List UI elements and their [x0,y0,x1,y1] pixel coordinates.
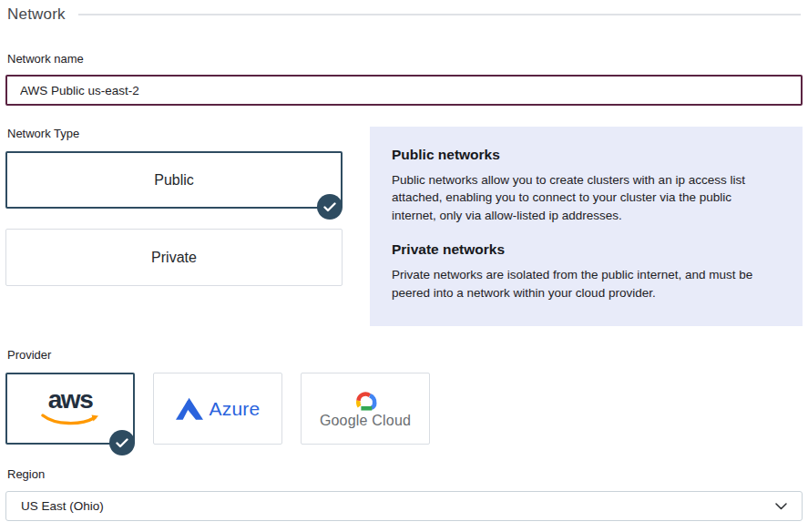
google-cloud-logo: Google Cloud [320,389,411,429]
aws-logo: aws [40,387,100,428]
selected-check-badge [109,430,135,455]
region-select[interactable]: US East (Ohio) [5,491,803,521]
provider-group: aws Azure [5,373,803,445]
google-cloud-wordmark: Google Cloud [320,413,411,429]
aws-smile-icon [40,414,100,428]
private-networks-info: Private networks Private networks are is… [392,241,779,302]
network-type-option-label: Public [154,172,194,189]
region-selected-value: US East (Ohio) [21,499,104,513]
azure-logo: Azure [176,397,261,421]
public-networks-body: Public networks allow you to create clus… [392,171,779,224]
network-type-option-public[interactable]: Public [5,151,343,209]
section-divider [78,14,801,15]
network-section: Network Network name Network Type Public… [0,0,808,521]
chevron-down-icon [775,503,787,510]
public-networks-heading: Public networks [392,147,779,163]
selected-check-badge [317,194,343,220]
check-icon [116,438,128,448]
private-networks-heading: Private networks [392,241,779,258]
private-networks-body: Private networks are isolated from the p… [392,266,779,302]
section-title: Network [7,5,66,24]
network-type-label: Network Type [7,127,344,140]
section-header: Network [7,5,803,24]
azure-wordmark: Azure [210,398,261,420]
provider-option-aws[interactable]: aws [5,373,135,445]
provider-option-google-cloud[interactable]: Google Cloud [301,373,430,445]
network-type-option-label: Private [151,250,197,266]
azure-icon [176,397,203,421]
region-label: Region [7,467,803,481]
network-name-label: Network name [7,52,803,66]
network-name-input[interactable] [5,75,803,106]
network-info-panel: Public networks Public networks allow yo… [370,127,803,326]
network-type-group: Network Type Public Private [5,127,344,326]
aws-wordmark: aws [48,387,92,413]
provider-option-azure[interactable]: Azure [153,373,282,445]
network-type-option-private[interactable]: Private [5,229,343,286]
google-cloud-icon [351,389,380,411]
check-icon [323,202,336,212]
provider-label: Provider [7,348,803,362]
public-networks-info: Public networks Public networks allow yo… [392,147,779,224]
